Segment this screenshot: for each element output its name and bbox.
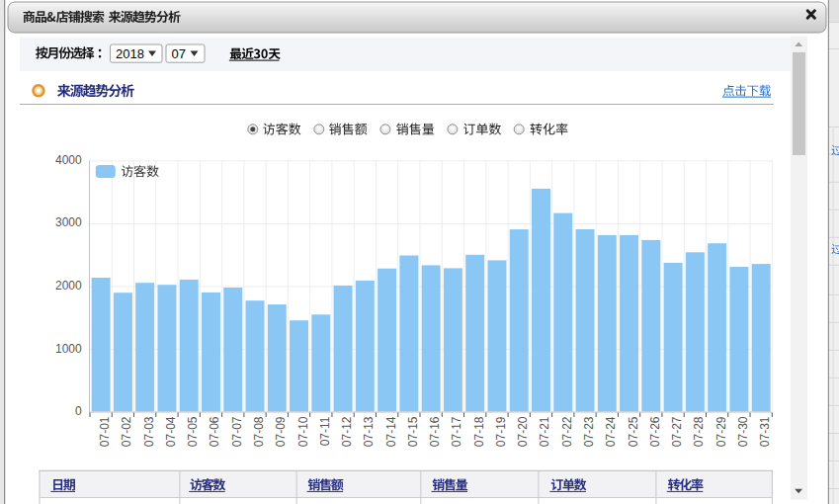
svg-text:07-20: 07-20 bbox=[516, 416, 530, 447]
svg-text:07-27: 07-27 bbox=[670, 416, 684, 447]
svg-text:1000: 1000 bbox=[55, 342, 82, 356]
svg-text:07-14: 07-14 bbox=[384, 416, 398, 447]
svg-text:07-28: 07-28 bbox=[692, 416, 706, 447]
svg-text:07-10: 07-10 bbox=[296, 416, 310, 447]
svg-text:07-03: 07-03 bbox=[142, 416, 156, 447]
svg-text:07-05: 07-05 bbox=[186, 416, 200, 447]
svg-text:07-12: 07-12 bbox=[340, 416, 354, 447]
svg-text:07-22: 07-22 bbox=[560, 416, 574, 447]
svg-text:07-09: 07-09 bbox=[274, 416, 288, 447]
svg-text:07-26: 07-26 bbox=[648, 416, 662, 447]
svg-text:07-08: 07-08 bbox=[252, 416, 266, 447]
svg-text:07-17: 07-17 bbox=[450, 416, 463, 447]
svg-text:07-18: 07-18 bbox=[472, 416, 486, 447]
svg-text:07-24: 07-24 bbox=[604, 416, 618, 447]
svg-text:07-15: 07-15 bbox=[406, 416, 420, 447]
svg-text:07-06: 07-06 bbox=[208, 416, 221, 447]
svg-text:07-07: 07-07 bbox=[230, 416, 244, 447]
svg-text:0: 0 bbox=[75, 404, 82, 418]
svg-text:07-16: 07-16 bbox=[428, 416, 442, 447]
svg-text:07-19: 07-19 bbox=[494, 416, 508, 447]
svg-text:4000: 4000 bbox=[55, 153, 82, 167]
svg-text:07: 07 bbox=[172, 46, 186, 61]
svg-text:07-01: 07-01 bbox=[98, 416, 112, 447]
svg-text:2018: 2018 bbox=[116, 46, 144, 61]
svg-text:07-25: 07-25 bbox=[627, 416, 640, 447]
svg-text:07-11: 07-11 bbox=[318, 416, 332, 446]
svg-text:3000: 3000 bbox=[55, 215, 82, 229]
svg-text:07-23: 07-23 bbox=[582, 416, 596, 447]
svg-text:07-04: 07-04 bbox=[164, 416, 178, 447]
svg-text:07-02: 07-02 bbox=[120, 416, 133, 447]
svg-text:07-30: 07-30 bbox=[736, 416, 750, 447]
svg-text:07-13: 07-13 bbox=[362, 416, 376, 447]
svg-text:07-31: 07-31 bbox=[758, 416, 772, 447]
svg-text:07-21: 07-21 bbox=[538, 416, 551, 447]
svg-text:2000: 2000 bbox=[55, 279, 82, 293]
svg-text:07-29: 07-29 bbox=[714, 416, 728, 447]
